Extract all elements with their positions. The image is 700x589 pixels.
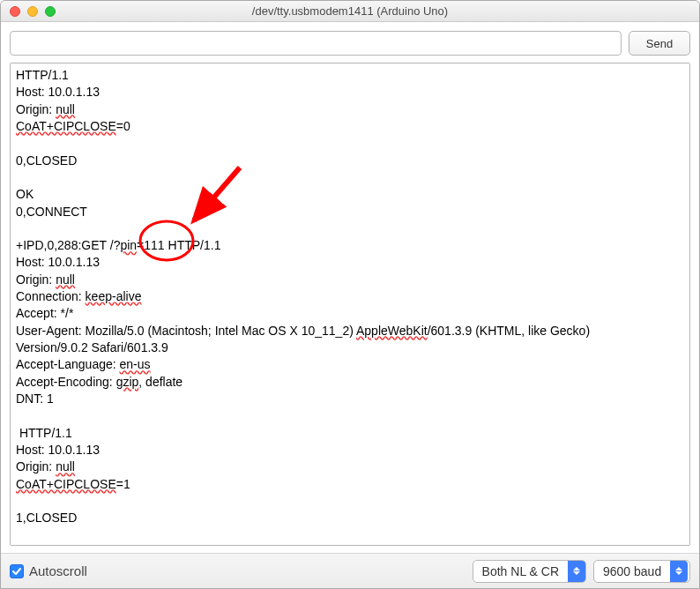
checkbox-check-icon [10, 564, 24, 578]
output-area: HTTP/1.1Host: 10.0.1.13Origin: nullCoAT+… [10, 63, 690, 546]
close-icon[interactable] [10, 6, 20, 17]
output-line: 0,CLOSED [16, 153, 684, 169]
output-line: Origin: null [16, 459, 684, 475]
output-line: CoAT+CIPCLOSE=0 [16, 118, 684, 135]
serial-input[interactable] [10, 31, 622, 56]
baud-rate-select[interactable]: 9600 baud [593, 560, 690, 583]
output-line: +IPD,0,288:GET /?pin=111 HTTP/1.1 [16, 237, 684, 254]
output-line: HTTP/1.1 [16, 425, 684, 442]
output-line: Accept-Encoding: gzip, deflate [16, 374, 684, 391]
output-line: Host: 10.0.1.13 [16, 84, 684, 101]
output-line: OK [16, 186, 684, 203]
chevron-updown-icon [670, 561, 688, 582]
output-line: Accept-Language: en-us [16, 356, 684, 373]
baud-rate-value: 9600 baud [603, 564, 661, 578]
output-line: Host: 10.0.1.13 [16, 254, 684, 271]
output-line: Version/9.0.2 Safari/601.3.9 [16, 339, 684, 356]
output-line [16, 407, 684, 424]
output-line: Accept: */* [16, 305, 684, 322]
output-line: Host: 10.0.1.13 [16, 442, 684, 459]
input-row: Send [1, 22, 699, 63]
output-line [16, 135, 684, 152]
serial-monitor-window: /dev/tty.usbmodem1411 (Arduino Uno) Send… [0, 0, 700, 589]
chevron-updown-icon [568, 561, 585, 582]
titlebar: /dev/tty.usbmodem1411 (Arduino Uno) [1, 1, 699, 22]
bottom-bar: Autoscroll Both NL & CR 9600 baud [1, 553, 699, 588]
traffic-lights [10, 6, 56, 17]
output-line: HTTP/1.1 [16, 67, 684, 84]
output-line: Origin: null [16, 101, 684, 118]
output-line: 0,CONNECT [16, 204, 684, 220]
autoscroll-checkbox[interactable]: Autoscroll [10, 563, 87, 578]
output-line [16, 493, 684, 510]
zoom-icon[interactable] [45, 6, 56, 17]
output-text: HTTP/1.1Host: 10.0.1.13Origin: nullCoAT+… [11, 63, 689, 545]
output-line [16, 220, 684, 237]
output-line [16, 169, 684, 186]
line-ending-select[interactable]: Both NL & CR [473, 560, 586, 583]
autoscroll-label: Autoscroll [29, 563, 87, 578]
line-ending-value: Both NL & CR [482, 564, 559, 578]
output-line: Origin: null [16, 272, 684, 288]
output-line: CoAT+CIPCLOSE=1 [16, 476, 684, 493]
output-line: Connection: keep-alive [16, 288, 684, 305]
send-button[interactable]: Send [629, 31, 690, 56]
output-line: User-Agent: Mozilla/5.0 (Macintosh; Inte… [16, 323, 684, 339]
output-line: DNT: 1 [16, 391, 684, 407]
output-line: 1,CLOSED [16, 510, 684, 526]
minimize-icon[interactable] [27, 6, 38, 17]
window-title: /dev/tty.usbmodem1411 (Arduino Uno) [1, 4, 699, 18]
